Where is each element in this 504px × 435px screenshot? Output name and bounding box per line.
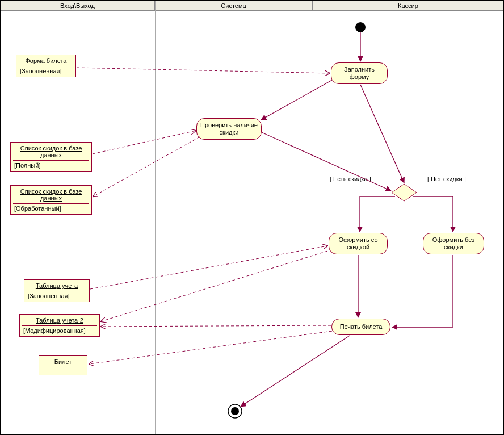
guard-no-discount: [ Нет скидки ] [427, 175, 466, 182]
obj-account-table-state: [Заполненная] [27, 291, 87, 300]
guard-has-discount: [ Есть скидка ] [330, 175, 371, 182]
obj-account-table-2: Таблица учета-2 [Модифицированная] [19, 314, 100, 337]
obj-discount-list-full: Список скидок в базе данных [Полный] [10, 142, 92, 172]
lane-header-io: Вход\Выход [1, 1, 155, 11]
svg-point-1 [231, 407, 239, 415]
svg-point-0 [228, 404, 242, 418]
obj-ticket-name: Билет [41, 357, 85, 367]
activity-print-ticket: Печать билета [331, 319, 390, 335]
activity-diagram: Вход\Выход Система Кассир Форма билета [… [0, 0, 504, 435]
activity-check-discount: Проверить наличие скидки [196, 118, 262, 140]
obj-discount-list-processed: Список скидок в базе данных [Обработанны… [10, 185, 92, 215]
lane-header-system: Система [155, 1, 313, 11]
activity-with-discount: Оформить со скидкой [329, 233, 388, 254]
activity-fill-form: Заполнить форму [331, 62, 388, 84]
obj-account-table-2-name: Таблица учета-2 [22, 316, 97, 326]
lane-header-cashier: Кассир [313, 1, 503, 11]
obj-ticket-form-state: [Заполненная] [19, 66, 73, 76]
obj-ticket-form-name: Форма билета [19, 56, 73, 66]
obj-discount-list-full-state: [Полный] [13, 161, 89, 170]
obj-account-table-name: Таблица учета [27, 281, 87, 291]
obj-account-table-2-state: [Модифицированная] [22, 326, 97, 335]
final-node [228, 404, 242, 418]
lane-divider-2 [313, 1, 313, 434]
obj-discount-list-processed-state: [Обработанный] [13, 204, 89, 213]
obj-discount-list-processed-name: Список скидок в базе данных [13, 187, 89, 204]
obj-discount-list-full-name: Список скидок в базе данных [13, 144, 89, 161]
obj-account-table: Таблица учета [Заполненная] [24, 279, 90, 302]
obj-ticket-form: Форма билета [Заполненная] [16, 55, 76, 77]
obj-ticket: Билет [39, 355, 87, 375]
lane-divider-1 [155, 1, 156, 434]
decision-node [392, 184, 417, 201]
activity-without-discount: Оформить без скидки [423, 233, 484, 254]
initial-node [355, 22, 366, 32]
